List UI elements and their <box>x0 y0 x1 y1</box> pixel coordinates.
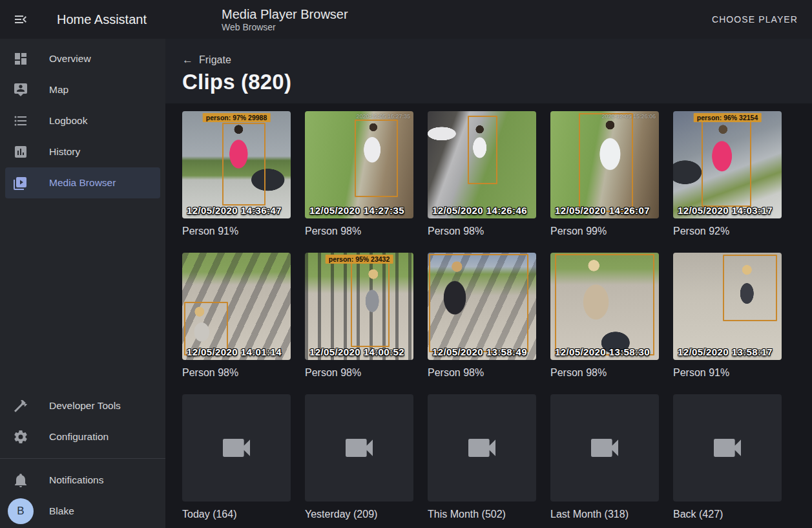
media-browser-icon <box>13 175 28 191</box>
top-app-bar: Home Assistant Media Player Browser Web … <box>0 0 812 39</box>
browser-subtitle: Web Browser <box>222 22 348 33</box>
clip-caption: Person 91% <box>673 366 782 380</box>
clip-card[interactable]: person: 97% 29988 12/05/2020 14:36:47 Pe… <box>182 111 291 238</box>
media-browser-header: ← Frigate Clips (820) <box>165 39 812 103</box>
sidebar-item-label: Notifications <box>49 474 103 486</box>
clip-timestamp: 12/05/2020 14:26:07 <box>555 205 650 216</box>
clip-card[interactable]: 12/05/2020 13:58:49 Person 98% <box>428 253 536 380</box>
sidebar-item-developer-tools[interactable]: Developer Tools <box>5 390 160 421</box>
clip-card[interactable]: 2020-12-05 15:26:06 12/05/2020 14:26:07 … <box>550 111 659 238</box>
menu-toggle-icon[interactable] <box>13 12 28 27</box>
detection-bounding-box <box>222 123 265 206</box>
sidebar-item-label: Logbook <box>49 115 87 127</box>
sidebar-item-history[interactable]: History <box>5 136 160 167</box>
folder-card-today[interactable]: Today (164) <box>182 394 291 522</box>
detection-badge: person: 95% 23432 <box>326 255 393 264</box>
folder-label: This Month (502) <box>428 507 536 522</box>
folder-label: Back (427) <box>673 507 782 522</box>
detection-bounding-box <box>723 255 777 321</box>
arrow-left-icon: ← <box>182 54 193 67</box>
clip-timestamp: 12/05/2020 13:58:49 <box>432 346 527 357</box>
gear-icon <box>13 429 28 445</box>
folder-thumbnail <box>305 394 413 502</box>
folder-thumbnail <box>550 394 659 502</box>
sidebar-item-logbook[interactable]: Logbook <box>5 105 160 136</box>
detection-badge: person: 96% 32154 <box>694 113 762 122</box>
clip-thumbnail: person: 95% 23432 12/05/2020 14:00:52 <box>305 253 413 360</box>
clip-timestamp: 12/05/2020 14:26:46 <box>432 205 527 216</box>
clip-thumbnail: 12/05/2020 14:01:14 <box>182 253 291 360</box>
user-avatar: B <box>8 498 34 524</box>
sidebar-bottom: Developer Tools Configuration Notificati… <box>0 390 165 527</box>
clip-card[interactable]: 12/05/2020 13:58:17 Person 91% <box>673 253 782 380</box>
folder-card-yesterday[interactable]: Yesterday (209) <box>305 394 413 522</box>
detection-bounding-box <box>702 121 751 207</box>
clip-card[interactable]: 12/05/2020 14:01:14 Person 98% <box>182 253 291 380</box>
map-account-icon <box>13 82 28 98</box>
clip-card[interactable]: 12/05/2020 13:58:30 Person 98% <box>550 253 659 380</box>
camera-timestamp: 2020-12-05 15:26:06 <box>601 113 656 120</box>
breadcrumb-back[interactable]: ← Frigate <box>182 54 231 67</box>
detection-bounding-box <box>579 113 633 212</box>
clip-caption: Person 98% <box>305 224 413 238</box>
detection-bounding-box <box>429 254 529 353</box>
folder-card-this-month[interactable]: This Month (502) <box>428 394 536 522</box>
sidebar-item-overview[interactable]: Overview <box>5 43 160 74</box>
folder-label: Yesterday (209) <box>305 507 413 522</box>
folder-label: Last Month (318) <box>550 507 659 522</box>
video-camera-icon <box>218 430 255 466</box>
sidebar-item-label: Overview <box>49 53 91 65</box>
folder-thumbnail <box>428 394 536 502</box>
browser-header: Media Player Browser Web Browser <box>222 6 348 33</box>
history-chart-icon <box>13 144 28 160</box>
media-grid-container: person: 97% 29988 12/05/2020 14:36:47 Pe… <box>165 103 812 528</box>
sidebar-item-media-browser[interactable]: Media Browser <box>5 167 160 198</box>
app-title: Home Assistant <box>57 12 147 27</box>
sidebar-item-label: Map <box>49 84 68 96</box>
user-name: Blake <box>49 505 74 517</box>
clip-thumbnail: 12/05/2020 13:58:49 <box>428 253 536 360</box>
clip-caption: Person 98% <box>428 224 536 238</box>
clip-caption: Person 98% <box>182 366 291 380</box>
sidebar-item-notifications[interactable]: Notifications <box>5 465 160 496</box>
sidebar-header: Home Assistant <box>0 12 165 27</box>
clip-thumbnail: 2020-12-05 16:27:35 12/05/2020 14:27:35 <box>305 111 413 218</box>
sidebar-divider <box>0 458 165 459</box>
choose-player-button[interactable]: CHOOSE PLAYER <box>707 0 803 39</box>
logbook-list-icon <box>13 113 28 129</box>
clip-caption: Person 92% <box>673 224 782 238</box>
video-camera-icon <box>464 430 500 466</box>
clip-card[interactable]: 2020-12-05 16:27:35 12/05/2020 14:27:35 … <box>305 111 413 238</box>
clip-thumbnail: person: 97% 29988 12/05/2020 14:36:47 <box>182 111 291 218</box>
detection-bounding-box <box>355 120 398 197</box>
dashboard-icon <box>13 51 28 67</box>
detection-badge: person: 97% 29988 <box>203 113 271 122</box>
sidebar-item-label: Media Browser <box>49 177 116 189</box>
folder-thumbnail <box>182 394 291 502</box>
clip-timestamp: 12/05/2020 14:03:17 <box>678 205 773 216</box>
clip-thumbnail: 12/05/2020 14:26:46 <box>428 111 536 218</box>
folder-card-back[interactable]: Back (427) <box>673 394 782 522</box>
sidebar-item-label: Developer Tools <box>49 400 121 412</box>
sidebar-item-profile[interactable]: B Blake <box>5 496 160 527</box>
clip-caption: Person 98% <box>305 366 413 380</box>
clip-timestamp: 12/05/2020 13:58:30 <box>555 346 650 357</box>
sidebar-item-map[interactable]: Map <box>5 74 160 105</box>
clip-caption: Person 91% <box>182 224 291 238</box>
breadcrumb-label: Frigate <box>199 54 231 66</box>
detection-bounding-box <box>468 116 497 184</box>
folder-card-last-month[interactable]: Last Month (318) <box>550 394 659 522</box>
hammer-icon <box>13 398 28 414</box>
sidebar-item-configuration[interactable]: Configuration <box>5 421 160 452</box>
clip-card[interactable]: 12/05/2020 14:26:46 Person 98% <box>428 111 536 238</box>
clip-timestamp: 12/05/2020 14:27:35 <box>309 205 404 216</box>
video-camera-icon <box>709 430 745 466</box>
sidebar: Overview Map Logbook History Media Brows… <box>0 39 165 528</box>
video-camera-icon <box>341 430 377 466</box>
clip-thumbnail: 2020-12-05 15:26:06 12/05/2020 14:26:07 <box>550 111 659 218</box>
clip-card[interactable]: person: 95% 23432 12/05/2020 14:00:52 Pe… <box>305 253 413 380</box>
sidebar-item-label: History <box>49 146 80 158</box>
clip-caption: Person 98% <box>428 366 536 380</box>
clip-card[interactable]: person: 96% 32154 12/05/2020 14:03:17 Pe… <box>673 111 782 238</box>
clip-thumbnail: 12/05/2020 13:58:17 <box>673 253 782 360</box>
